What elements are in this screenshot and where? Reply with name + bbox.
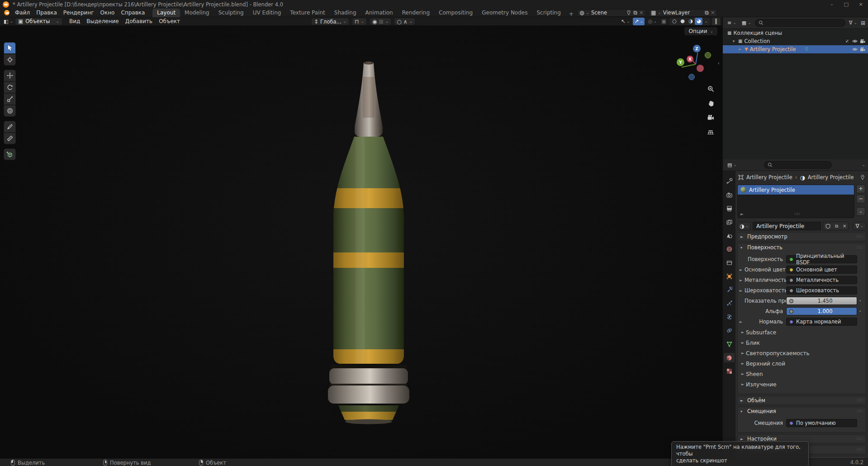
menu-view[interactable]: Вид [66, 17, 83, 25]
menu-object[interactable]: Объект [156, 17, 183, 25]
expand-icon[interactable]: ► [739, 320, 745, 324]
add-workspace-button[interactable]: + [565, 11, 577, 17]
expand-filter-icon[interactable]: ► [740, 212, 744, 216]
properties-search-input[interactable] [764, 161, 832, 169]
disclosure-triangle-icon[interactable]: ▾ [731, 39, 736, 43]
menu-render[interactable]: Рендеринг [60, 9, 97, 17]
expand-icon[interactable]: ► [739, 268, 745, 272]
add-slot-button[interactable]: + [856, 185, 865, 193]
chevron-down-icon[interactable]: ⌄ [703, 19, 709, 24]
material-nodes-dropdown[interactable]: ∇ ⌄ [853, 222, 866, 230]
tab-output[interactable] [724, 204, 735, 213]
alpha-slider[interactable]: 1.000 [786, 307, 857, 315]
tool-add-cube[interactable] [4, 148, 16, 160]
menu-window[interactable]: Окно [97, 9, 118, 17]
shading-rendered-button[interactable]: ◕ [695, 18, 702, 25]
slot-specials-button[interactable]: ⌄ [856, 207, 865, 216]
expand-icon[interactable]: ► [739, 289, 745, 293]
tab-animation[interactable]: Animation [361, 9, 398, 17]
new-collection-icon[interactable]: ⊞ [861, 20, 865, 26]
breadcrumb-object[interactable]: Artillery Projectile [746, 174, 792, 181]
chevron-down-icon[interactable]: ⌄ [862, 163, 865, 167]
shading-solid-button[interactable]: ● [678, 18, 686, 25]
subsection-emission[interactable]: ► Излучение [739, 380, 863, 388]
navigation-gizmo[interactable]: Z X Y [677, 44, 715, 82]
gizmo-axis-y-neg[interactable] [705, 52, 711, 58]
tab-compositing[interactable]: Compositing [434, 9, 477, 17]
subsection-transmission[interactable]: ► Светопропускаемость [739, 349, 863, 357]
tool-annotate[interactable] [4, 121, 16, 133]
tab-collection[interactable] [724, 258, 735, 267]
gizmo-axis-z[interactable]: Z [693, 45, 701, 52]
viewlayer-selector[interactable]: ▦ ⌄ ViewLayer ⧉ × [649, 9, 717, 17]
tab-modeling[interactable]: Modeling [180, 9, 214, 17]
panel-grip-icon[interactable]: ∷∷ [857, 398, 863, 403]
subsection-subsurface[interactable]: ► Subsurface [739, 328, 863, 336]
scene-selector[interactable]: ◍ ⌄ Scene ⧉ × [577, 9, 646, 17]
snapping-toggle[interactable]: ⊓ ⌄ [352, 18, 367, 25]
tool-move[interactable] [4, 70, 16, 81]
displacement-input[interactable]: По умолчанию [786, 419, 857, 427]
artillery-projectile-model[interactable] [312, 59, 425, 430]
breadcrumb-material[interactable]: Artillery Projectile [808, 174, 854, 181]
tool-transform[interactable] [4, 105, 16, 117]
pin-icon[interactable] [626, 10, 631, 16]
gizmo-axis-x[interactable]: X [687, 56, 693, 62]
panel-header-preview[interactable]: ► Предпросмотр ∷∷ [738, 233, 866, 241]
editor-type-button[interactable]: ▤ ⌄ [726, 161, 739, 169]
transform-orientation-dropdown[interactable]: ↕ Глоба... ⌄ [311, 18, 349, 25]
tab-shading[interactable]: Shading [330, 9, 361, 17]
proportional-editing-toggle[interactable]: ○ ∧ ⌄ [394, 18, 415, 25]
editor-type-button[interactable]: ◧ ⌄ [2, 18, 15, 25]
outliner-row-artillery-projectile[interactable]: ► ▼ Artillery Projectile ▽ [723, 45, 868, 53]
tab-particles[interactable] [724, 299, 735, 308]
tab-physics[interactable] [724, 312, 735, 322]
tab-scripting[interactable]: Scripting [532, 9, 565, 17]
menu-file[interactable]: Файл [12, 9, 33, 17]
tool-scale[interactable] [4, 93, 16, 105]
tab-texture[interactable] [724, 366, 735, 376]
panel-grip-icon[interactable]: ∷∷ [857, 447, 863, 452]
new-scene-icon[interactable]: ⧉ [633, 10, 637, 16]
material-slot-list[interactable]: Artillery Projectile ► ∷∷ [737, 185, 854, 218]
keyframe-dot-icon[interactable]: • [857, 299, 863, 303]
disclosure-triangle-icon[interactable]: ► [737, 48, 743, 51]
normal-input[interactable]: Карта нормалей [786, 318, 857, 326]
subsection-sheen[interactable]: ► Sheen [739, 370, 863, 378]
tab-sculpting[interactable]: Sculpting [214, 9, 248, 17]
outliner-search-input[interactable] [755, 19, 845, 27]
subsection-coat[interactable]: ► Верхний слой [739, 360, 863, 367]
disable-render-camera-icon[interactable] [860, 39, 865, 44]
tool-measure[interactable] [4, 133, 16, 144]
roughness-input[interactable]: Шероховатость [786, 286, 857, 295]
menu-select[interactable]: Выделение [83, 17, 122, 25]
pin-icon[interactable] [860, 175, 865, 181]
camera-view-icon[interactable] [706, 113, 716, 123]
expand-icon[interactable]: ► [739, 278, 745, 282]
panel-header-surface[interactable]: ▾ Поверхность ∷∷ [738, 243, 866, 252]
panel-grip-icon[interactable]: ∷∷ [857, 234, 863, 239]
editor-type-button[interactable]: ≡ ⌄ [726, 19, 738, 27]
disable-render-camera-icon[interactable] [860, 47, 865, 52]
new-viewlayer-icon[interactable]: ⧉ [705, 10, 709, 16]
collection-checkbox[interactable]: ✓ [844, 38, 850, 44]
tab-scene[interactable] [724, 231, 735, 240]
browse-material-dropdown[interactable]: ◑ ⌄ [737, 222, 751, 230]
pause-render-button[interactable]: ‖ [712, 18, 720, 25]
options-dropdown[interactable]: Опции ⌄ [684, 27, 717, 35]
tab-uv-editing[interactable]: UV Editing [248, 9, 286, 17]
tool-select-box[interactable] [4, 42, 16, 54]
subsection-specular[interactable]: ► Блик [739, 339, 863, 347]
sidebar-collapse-arrow[interactable]: ‹ [718, 60, 720, 66]
selectability-visibility-dropdown[interactable]: ↖ ⌄ [620, 18, 631, 25]
panel-grip-icon[interactable]: ∷∷ [857, 245, 863, 250]
shading-material-button[interactable]: ◑ [687, 18, 694, 25]
pan-hand-icon[interactable] [706, 98, 716, 108]
gizmo-axis-z-neg[interactable] [688, 74, 695, 80]
menu-add[interactable]: Добавить [122, 17, 156, 25]
tab-render[interactable] [724, 190, 735, 200]
blender-app-menu[interactable] [2, 10, 12, 15]
filter-dropdown[interactable]: ∇ ⌄ [847, 19, 859, 27]
tab-constraints[interactable] [724, 326, 735, 335]
gizmo-axis-x-neg[interactable] [697, 65, 704, 72]
